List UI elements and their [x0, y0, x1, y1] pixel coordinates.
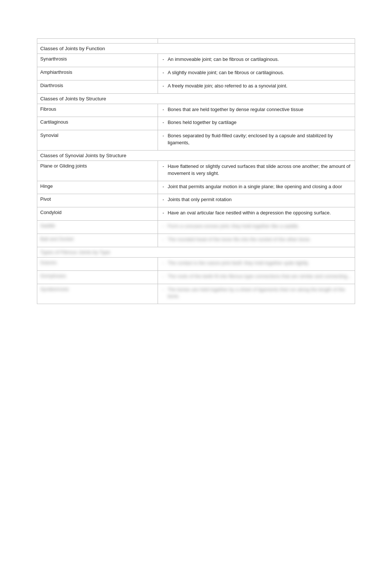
table-row: Condyloid Have an oval articular face ne…	[37, 207, 355, 221]
term-cell-hinge: Hinge	[37, 181, 158, 194]
term-cell: Diarthrosis	[37, 80, 158, 93]
term-cell-blurred: Sutures	[37, 257, 158, 270]
vocab-table: Classes of Joints by Function Synarthros…	[37, 38, 355, 304]
term-cell: Amphiarthrosis	[37, 67, 158, 80]
table-header-row	[37, 39, 355, 44]
definition-cell-synovial: Bones separated by fluid-filled cavity; …	[158, 130, 355, 151]
definition-item-blurred: The roots of the teeth fit into fibrous …	[161, 273, 352, 280]
definition-cell-condyloid: Have an oval articular face nestled with…	[158, 207, 355, 221]
definition-cell-blurred: Form a concave-convex joint; they hold t…	[158, 221, 355, 234]
definition-cell-blurred: The contact is the suture joint itself; …	[158, 257, 355, 270]
definition-cell-blurred: The bones are held together by a sheet o…	[158, 284, 355, 304]
section-header-row-function: Classes of Joints by Function	[37, 44, 355, 54]
column-header-term	[37, 39, 158, 44]
definition-cell-cartilaginous: Bones held together by cartilage	[158, 117, 355, 130]
definition-item: An immoveable joint; can be fibrous or c…	[161, 56, 352, 63]
definition-cell-fibrous: Bones that are held together by dense re…	[158, 104, 355, 117]
section-header-row-synovial: Classes of Synovial Joints by Structure	[37, 150, 355, 161]
table-row: Diarthrosis A freely movable join; also …	[37, 80, 355, 93]
definition-item: Have flattened or slightly curved surfac…	[161, 163, 352, 177]
definition-item: Joint that permits angular motion in a s…	[161, 183, 352, 190]
term-cell-blurred: Gomphoses	[37, 270, 158, 284]
definition-cell: A slightly movable joint; can be fibrous…	[158, 67, 355, 80]
term-cell-blurred: Saddle	[37, 221, 158, 234]
table-row: Synovial Bones separated by fluid-filled…	[37, 130, 355, 151]
term-cell-blurred: Syndesmosis	[37, 284, 158, 304]
definition-item: Have an oval articular face nestled with…	[161, 210, 352, 217]
definition-item: Joints that only permit rotation	[161, 196, 352, 203]
section-header-row-structure: Classes of Joints by Structure	[37, 93, 355, 104]
definition-cell-plane: Have flattened or slightly curved surfac…	[158, 161, 355, 181]
table-row: Synarthrosis An immoveable joint; can be…	[37, 54, 355, 67]
definition-cell: An immoveable joint; can be fibrous or c…	[158, 54, 355, 67]
term-cell-fibrous: Fibrous	[37, 104, 158, 117]
term-cell-condyloid: Condyloid	[37, 207, 158, 221]
table-row-blurred: Syndesmosis The bones are held together …	[37, 284, 355, 304]
table-row: Cartilaginous Bones held together by car…	[37, 117, 355, 130]
table-row: Plane or Gliding joints Have flattened o…	[37, 161, 355, 181]
section-header-synovial: Classes of Synovial Joints by Structure	[37, 150, 355, 161]
table-row: Fibrous Bones that are held together by …	[37, 104, 355, 117]
definition-cell-pivot: Joints that only permit rotation	[158, 194, 355, 207]
definition-item-blurred: The contact is the suture joint itself; …	[161, 260, 352, 267]
definition-cell-hinge: Joint that permits angular motion in a s…	[158, 181, 355, 194]
table-row-blurred: Saddle Form a concave-convex joint; they…	[37, 221, 355, 234]
section-header-row-blurred: Types of Fibrous Joints by Type	[37, 247, 355, 257]
definition-item: A slightly movable joint; can be fibrous…	[161, 69, 352, 76]
definition-item: Bones separated by fluid-filled cavity; …	[161, 132, 352, 146]
definition-item: Bones that are held together by dense re…	[161, 106, 352, 113]
definition-item: A freely movable join; also referred to …	[161, 83, 352, 90]
section-header-structure: Classes of Joints by Structure	[37, 93, 355, 104]
table-row-blurred: Gomphoses The roots of the teeth fit int…	[37, 270, 355, 284]
table-row: Hinge Joint that permits angular motion …	[37, 181, 355, 194]
term-cell-synovial: Synovial	[37, 130, 158, 151]
definition-item-blurred: The rounded head of the bone fits into t…	[161, 236, 352, 243]
term-cell: Synarthrosis	[37, 54, 158, 67]
definition-item: Bones held together by cartilage	[161, 119, 352, 126]
term-cell-cartilaginous: Cartilaginous	[37, 117, 158, 130]
term-cell-blurred: Ball and Socket	[37, 234, 158, 247]
table-row-blurred: Sutures The contact is the suture joint …	[37, 257, 355, 270]
definition-cell-blurred: The rounded head of the bone fits into t…	[158, 234, 355, 247]
definition-item-blurred: Form a concave-convex joint; they hold t…	[161, 223, 352, 230]
section-header-function: Classes of Joints by Function	[37, 44, 355, 54]
definition-cell: A freely movable join; also referred to …	[158, 80, 355, 93]
table-row-blurred: Ball and Socket The rounded head of the …	[37, 234, 355, 247]
table-row: Pivot Joints that only permit rotation	[37, 194, 355, 207]
section-header-blurred: Types of Fibrous Joints by Type	[37, 247, 355, 257]
definition-cell-blurred: The roots of the teeth fit into fibrous …	[158, 270, 355, 284]
definition-item-blurred: The bones are held together by a sheet o…	[161, 286, 352, 300]
column-header-definition	[158, 39, 355, 44]
term-cell-pivot: Pivot	[37, 194, 158, 207]
term-cell-plane: Plane or Gliding joints	[37, 161, 158, 181]
table-row: Amphiarthrosis A slightly movable joint;…	[37, 67, 355, 80]
